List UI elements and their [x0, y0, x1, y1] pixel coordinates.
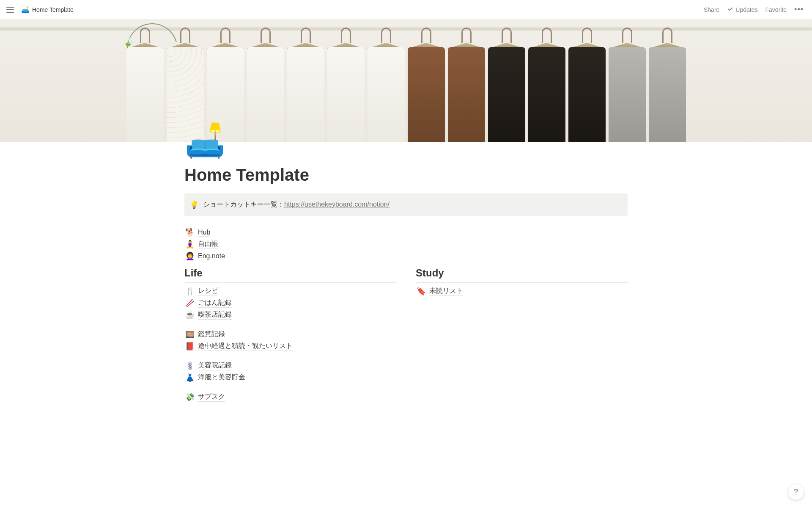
- link-group: 💸サブスク: [184, 391, 396, 403]
- page-link[interactable]: 🔖未読リスト: [416, 285, 628, 297]
- page-link-label: 自由帳: [198, 240, 218, 249]
- topbar: 🛋️ Home Template Share Updates Favorite …: [0, 0, 812, 19]
- page-link-label: レシピ: [198, 287, 218, 296]
- page-link-label: Hub: [198, 229, 210, 237]
- page-link-label: 喫茶店記録: [198, 310, 232, 320]
- topbar-right: Share Updates Favorite •••: [700, 3, 807, 17]
- page-link-icon: 👩‍🦱: [185, 251, 195, 261]
- callout-text: ショートカットキー一覧：https://usethekeyboard.com/n…: [203, 200, 390, 210]
- link-group: 🎞️鑑賞記録📕途中経過と積読・観たいリスト: [184, 329, 396, 352]
- page-link[interactable]: 📕途中経過と積読・観たいリスト: [184, 340, 396, 352]
- page-link-icon: 🥢: [185, 298, 195, 308]
- breadcrumb[interactable]: 🛋️ Home Template: [19, 5, 76, 14]
- column-life: Life 🍴レシピ🥢ごはん記録☕喫茶店記録🎞️鑑賞記録📕途中経過と積読・観たいリ…: [184, 267, 396, 411]
- page-link-label: サブスク: [198, 392, 225, 402]
- menu-icon[interactable]: [5, 5, 15, 15]
- page-link-label: 未読リスト: [429, 287, 463, 296]
- heading-life: Life: [184, 267, 396, 283]
- page-link-icon: 🎞️: [185, 330, 195, 339]
- favorite-button[interactable]: Favorite: [762, 4, 790, 16]
- page-link[interactable]: 🐕Hub: [184, 226, 628, 238]
- page-link[interactable]: 🍴レシピ: [184, 285, 396, 297]
- page-link[interactable]: 👩‍🦱Eng.note: [184, 250, 628, 262]
- page-link[interactable]: ☕喫茶店記録: [184, 309, 396, 321]
- page-link[interactable]: 🎞️鑑賞記録: [184, 329, 396, 340]
- page-link-label: 美容院記録: [198, 361, 232, 370]
- link-group: 🍴レシピ🥢ごはん記録☕喫茶店記録: [184, 285, 396, 321]
- page-link-label: 途中経過と積読・観たいリスト: [198, 342, 293, 351]
- page-link-icon: 👗: [185, 373, 195, 382]
- page-link[interactable]: 🧘‍♀️自由帳: [184, 238, 628, 250]
- page-title[interactable]: Home Template: [184, 165, 628, 185]
- lightbulb-icon: 💡: [189, 200, 199, 210]
- share-button[interactable]: Share: [700, 4, 723, 16]
- columns: Life 🍴レシピ🥢ごはん記録☕喫茶店記録🎞️鑑賞記録📕途中経過と積読・観たいリ…: [184, 267, 628, 411]
- breadcrumb-title: Home Template: [32, 6, 74, 13]
- link-group: 💈美容院記録👗洋服と美容貯金: [184, 360, 396, 384]
- more-icon[interactable]: •••: [791, 3, 807, 17]
- check-icon: [727, 6, 734, 14]
- page-link-icon: 🔖: [417, 287, 426, 296]
- updates-button[interactable]: Updates: [724, 3, 761, 16]
- page-link-icon: 🧘‍♀️: [185, 240, 195, 249]
- heading-study: Study: [416, 267, 628, 283]
- page-link-icon: 🍴: [185, 287, 195, 296]
- top-links: 🐕Hub🧘‍♀️自由帳👩‍🦱Eng.note: [184, 226, 628, 262]
- page-link-label: 洋服と美容貯金: [198, 373, 245, 382]
- link-group: 🔖未読リスト: [416, 285, 628, 297]
- page-link[interactable]: 💈美容院記録: [184, 360, 396, 372]
- topbar-left: 🛋️ Home Template: [5, 5, 76, 15]
- page-link-icon: ☕: [185, 310, 195, 320]
- page-link[interactable]: 👗洋服と美容貯金: [184, 372, 396, 384]
- page-content: 🛋️ Home Template 💡 ショートカットキー一覧：https://u…: [144, 142, 668, 428]
- column-study: Study 🔖未読リスト: [416, 267, 628, 411]
- page-link-icon: 📕: [185, 342, 195, 351]
- page-link-label: ごはん記録: [198, 298, 232, 308]
- page-icon[interactable]: 🛋️: [184, 124, 220, 157]
- page-link[interactable]: 🥢ごはん記録: [184, 297, 396, 309]
- callout-link[interactable]: https://usethekeyboard.com/notion/: [284, 201, 390, 208]
- page-link-icon: 💸: [185, 392, 195, 402]
- page-link-label: Eng.note: [198, 252, 225, 260]
- page-link[interactable]: 💸サブスク: [184, 391, 396, 403]
- page-link-icon: 🐕: [185, 228, 195, 237]
- breadcrumb-icon: 🛋️: [21, 6, 30, 14]
- cover-image[interactable]: [0, 19, 812, 142]
- page-link-icon: 💈: [185, 361, 195, 370]
- callout[interactable]: 💡 ショートカットキー一覧：https://usethekeyboard.com…: [184, 193, 628, 216]
- page-link-label: 鑑賞記録: [198, 330, 225, 339]
- updates-label: Updates: [735, 6, 757, 13]
- help-button[interactable]: ?: [788, 484, 804, 500]
